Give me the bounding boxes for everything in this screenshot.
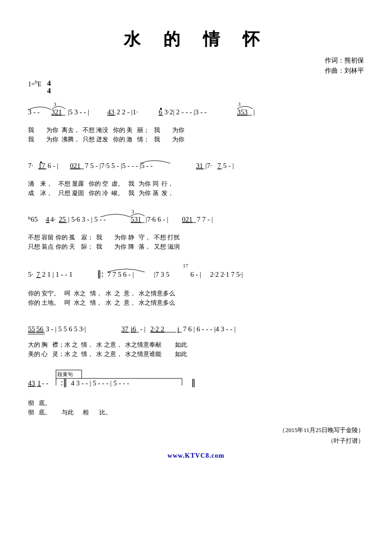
score-container: 水 的 情 怀 作词：熊初保 作曲：刘林平 1=bE 4 4 3 - - 3 3… [23, 28, 369, 460]
music-score: 3 - - 3 321 |5 3 - - | 43 2 2 - |1· 6 3·… [28, 99, 364, 417]
svg-text:2 2 - |1·: 2 2 - |1· [117, 108, 138, 116]
section-6: 43 1 - - :‖ 4 3 - - | 5 - - - | 5 - - - … [28, 368, 364, 417]
section-2-svg: 7· 17 6 - | 021 7 5 - |7·5 5 - |5 - - - … [28, 153, 373, 179]
lyric-2-1: 涌 来， 不想 显露 你的 空 虚。 我 为你 同 行， [28, 180, 364, 188]
lyric-5-2: 美的 心 灵；水 之 情， 水 之意， 水之情意谁能 如此 [28, 350, 364, 358]
svg-point-19 [40, 161, 42, 163]
key-time-sig: 1=bE 4 4 [28, 79, 364, 95]
section-5: 55 56 3 - | 5 5 6 5 3·| 37 i6 - | 2·2 2 … [28, 316, 364, 358]
lyric-3-1: 不想 容留 你的 孤 寂； 我 为你 静 守， 不想 打扰 [28, 233, 364, 242]
svg-text:|7 3 5: |7 3 5 [154, 271, 169, 278]
svg-text:7 7 - |: 7 7 - | [197, 216, 213, 223]
svg-text:‖:: ‖: [97, 269, 104, 279]
lyric-1-1: 我 为你 离去， 不想 淹没 你的 美 丽； 我 为你 [28, 126, 364, 134]
svg-text:321: 321 [51, 108, 62, 116]
svg-text:| 5·6 3 - | 5 - -: | 5·6 3 - | 5 - - [68, 216, 106, 223]
svg-text:3: 3 [238, 101, 241, 107]
svg-point-10 [160, 108, 162, 110]
lyricist: 作词：熊初保 [325, 57, 364, 64]
svg-text:i: i [177, 325, 179, 333]
section-1-svg: 3 - - 3 321 |5 3 - - | 43 2 2 - |1· 6 3·… [28, 99, 373, 125]
svg-text:3: 3 [54, 101, 56, 107]
svg-text:43: 43 [28, 379, 35, 387]
svg-text:‖: ‖ [191, 378, 196, 387]
svg-text:6 - |: 6 - | [190, 271, 201, 278]
svg-text:353: 353 [237, 108, 248, 116]
section-5-svg: 55 56 3 - | 5 5 6 5 3·| 37 i6 - | 2·2 2 … [28, 316, 373, 340]
svg-text:1: 1 [37, 379, 41, 387]
section-4: 5· 7 2 1 | 1 - - 1 ‖: 7 7 5 6 - | |7 3 5… [28, 260, 364, 307]
svg-text:|7·: |7· [205, 162, 212, 169]
svg-text:4·: 4· [50, 216, 56, 223]
lyric-6-1: 彻 底。 [28, 399, 364, 407]
svg-text:2·2 2: 2·2 2 [150, 325, 164, 333]
svg-text:5·: 5· [28, 271, 33, 278]
svg-text:|: | [253, 108, 255, 116]
lyric-4-2: 你的 土地。 呵 水之 情， 水 之 意， 水之情意多么 [28, 299, 364, 307]
svg-text:55: 55 [28, 325, 35, 333]
svg-text:7 5 - |7·5 5 - |5 - - - |5 - -: 7 5 - |7·5 5 - |5 - - - |5 - - [85, 162, 153, 169]
svg-text:17: 17 [183, 263, 189, 268]
author-info: 作词：熊初保 作曲：刘林平 [28, 56, 364, 77]
svg-text:- -: - - [42, 379, 49, 387]
section-3-svg: ᵇ65 4 4· 25 | 5·6 3 - | 5 - - 3 531 |7·6… [28, 207, 373, 232]
section-6-svg: 43 1 - - :‖ 4 3 - - | 5 - - - | 5 - - - … [28, 368, 373, 398]
svg-text:7: 7 [217, 162, 221, 169]
svg-text:021: 021 [70, 162, 81, 169]
section-1: 3 - - 3 321 |5 3 - - | 43 2 2 - |1· 6 3·… [28, 99, 364, 144]
svg-text:37: 37 [121, 325, 129, 333]
svg-text:7·: 7· [28, 162, 33, 169]
lyric-1-2: 我 为你 沸腾， 只想 迸发 你的 激 情； 我 为你 [28, 135, 364, 144]
svg-text:3·2| 2 - - - |3 - -: 3·2| 2 - - - |3 - - [164, 108, 207, 116]
key-sig: 1=bE [28, 79, 42, 88]
svg-text:25: 25 [59, 216, 66, 223]
lyric-2-2: 成 冰， 只想 凝固 你的 冷 峻。 我 为你 蒸 发， [28, 189, 364, 197]
svg-text:3 - | 5 5 6  5 3·|: 3 - | 5 5 6 5 3·| [46, 325, 86, 333]
svg-text:4: 4 [46, 216, 49, 223]
section-2: 7· 17 6 - | 021 7 5 - |7·5 5 - |5 - - - … [28, 153, 364, 197]
svg-text:i6: i6 [131, 325, 136, 333]
svg-text:3: 3 [132, 209, 134, 214]
section-4-svg: 5· 7 2 1 | 1 - - 1 ‖: 7 7 5 6 - | |7 3 5… [28, 260, 373, 288]
svg-text:43: 43 [107, 108, 114, 116]
footer-typist: （叶子打谱） [28, 437, 364, 445]
svg-text:31: 31 [196, 162, 203, 169]
song-title: 水 的 情 怀 [28, 28, 364, 51]
svg-text:2·2 2·1 7 5·|: 2·2 2·1 7 5·| [210, 271, 243, 278]
svg-text:7 7 5 6 - |: 7 7 5 6 - | [107, 271, 134, 278]
time-sig: 4 4 [47, 80, 51, 95]
footer-date: （2015年11月25日晚写于金陵） [28, 426, 364, 434]
svg-text:7 6 | 6 - - - |4 3 - - |: 7 6 | 6 - - - |4 3 - - | [183, 325, 236, 333]
svg-text::‖: :‖ [61, 378, 67, 387]
lyric-4-1: 你的 安宁。 呵 水之 情， 水 之 意， 水之情意多么 [28, 289, 364, 298]
lyric-5-1: 大的 胸 襟；水 之 情， 水 之意， 水之情意奉献 如此 [28, 341, 364, 349]
svg-text:段束句: 段束句 [57, 371, 73, 377]
svg-text:021: 021 [182, 216, 193, 223]
svg-text:4 3 - - | 5 - - - | 5 - - -: 4 3 - - | 5 - - - | 5 - - - [71, 379, 129, 387]
svg-text:|7·6 6 - |: |7·6 6 - | [146, 216, 168, 223]
svg-text:56: 56 [36, 325, 44, 333]
composer: 作曲：刘林平 [325, 67, 364, 74]
lyric-6-2: 彻 底。 与此 相 比。 [28, 408, 364, 417]
svg-text:7: 7 [36, 271, 40, 278]
svg-text:17: 17 [38, 162, 46, 169]
svg-text:- |: - | [140, 325, 146, 333]
website: www.KTVC8.com [28, 452, 364, 460]
svg-text:5 - |: 5 - | [223, 162, 234, 169]
svg-text:6 - |: 6 - | [48, 162, 58, 169]
lyric-3-2: 只想 装点 你的 天 际； 我 为你 降 落， 又想 滋润 [28, 243, 364, 251]
svg-text:|5 3 - - |: |5 3 - - | [68, 108, 89, 116]
svg-text:3 - -: 3 - - [28, 108, 40, 116]
svg-text:ᵇ65: ᵇ65 [28, 216, 38, 223]
svg-text:531: 531 [131, 216, 141, 223]
svg-text:2 1 | 1 - - 1: 2 1 | 1 - - 1 [42, 271, 73, 278]
section-3: ᵇ65 4 4· 25 | 5·6 3 - | 5 - - 3 531 |7·6… [28, 207, 364, 251]
